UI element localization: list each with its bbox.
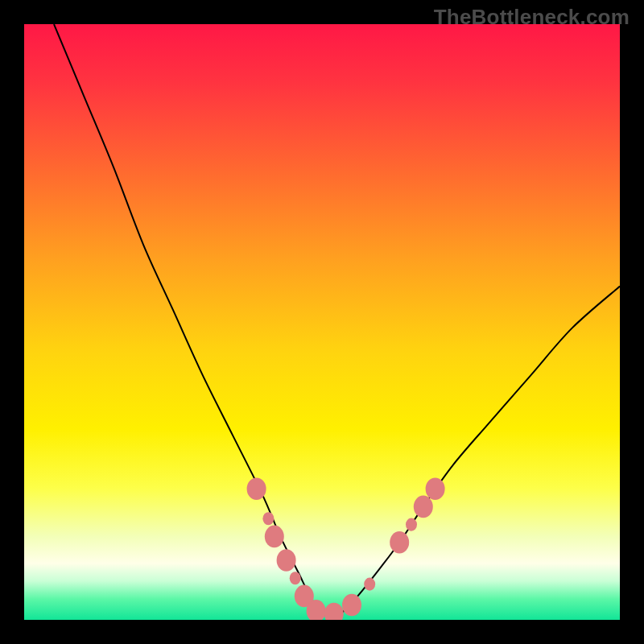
plot-area [24, 24, 620, 620]
highlight-dot [390, 531, 409, 554]
highlight-dot [290, 572, 301, 584]
highlight-dot [414, 496, 433, 518]
chart-container: TheBottleneck.com [0, 0, 644, 644]
highlight-dot [265, 526, 284, 548]
gradient-background [24, 24, 620, 620]
highlight-dot [342, 594, 361, 617]
highlight-dot [277, 549, 296, 572]
highlight-dot [406, 518, 417, 531]
highlight-dot [262, 512, 274, 525]
highlight-dot [426, 477, 445, 500]
highlight-dot [364, 578, 375, 591]
chart-svg [24, 24, 620, 620]
highlight-dot [247, 477, 266, 500]
watermark-text: TheBottleneck.com [434, 5, 630, 30]
